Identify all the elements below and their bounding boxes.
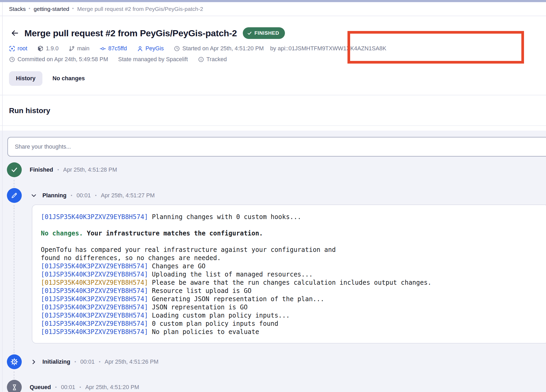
version-label: 1.9.0 (46, 45, 59, 52)
branch-label: main (77, 45, 90, 52)
tabs: History No changes (9, 71, 546, 86)
timeline-section: Finished • Apr 25th, 4:51:28 PM Planning… (0, 131, 546, 392)
clock-icon (9, 56, 15, 63)
dot-separator: • (80, 385, 81, 390)
run-history-strip: Run history (0, 95, 546, 126)
log-line: [01JSP35K40K3PZXVZ9EYB8H574] Loading cus… (41, 311, 540, 320)
breadcrumb-run-name: Merge pull request #2 from PeyGis/PeyGis… (77, 6, 203, 12)
version-item: 1.9.0 (37, 45, 59, 52)
back-button[interactable] (9, 27, 21, 39)
log-line: [01JSP35K40K3PZXVZ9EYB8H574] 0 custom pl… (41, 320, 540, 328)
started-item: Started on Apr 25th, 4:51:20 PM (174, 45, 264, 52)
run-history-heading: Run history (9, 106, 546, 115)
tab-no-changes[interactable]: No changes (51, 71, 86, 86)
phase-label: Initializing (42, 359, 70, 365)
scope-label: root (17, 45, 27, 52)
queued-status-icon (7, 380, 22, 392)
dot-separator: • (74, 359, 76, 364)
page-title: Merge pull request #2 from PeyGis/PeyGis… (24, 28, 237, 38)
arrow-left-icon (11, 29, 19, 37)
dot-separator: • (57, 167, 59, 172)
started-label: Started on Apr 25th, 4:51:20 PM (182, 45, 264, 52)
breadcrumb-stacks[interactable]: Stacks (9, 6, 26, 12)
meta-row-secondary: Committed on Apr 24th, 5:49:58 PM State … (9, 56, 546, 63)
status-badge-label: FINISHED (254, 30, 279, 36)
triggered-by-item: by api::01JSMHTFM9TXWW1XK4AZN1SA8K (270, 45, 386, 52)
timeline-connector (14, 371, 14, 379)
log-line: OpenTofu has compared your real infrastr… (41, 246, 540, 254)
info-icon (198, 56, 204, 63)
chevron-right-icon[interactable] (30, 358, 38, 366)
triggered-by-label: by api::01JSMHTFM9TXWW1XK4AZN1SA8K (270, 45, 386, 52)
window-top-accent-bar (0, 0, 546, 2)
log-line: [01JSP35K40K3PZXVZ9EYB8H574] Planning ch… (41, 213, 540, 221)
user-icon (137, 46, 143, 52)
timeline-row-queued: Queued • 00:01 • Apr 25th, 4:51:20 PM (30, 382, 139, 392)
log-line: [01JSP35K40K3PZXVZ9EYB8H574] Resource li… (41, 287, 540, 295)
timeline-connector (14, 180, 14, 187)
phase-label: Finished (30, 167, 53, 173)
planning-log-output[interactable]: [01JSP35K40K3PZXVZ9EYB8H574] Planning ch… (32, 204, 546, 344)
check-icon (10, 166, 18, 174)
log-line: found no differences, so no changes are … (41, 254, 540, 262)
scope-link[interactable]: root (9, 45, 27, 52)
commit-label: 87c5ffd (108, 45, 127, 52)
hourglass-icon (11, 384, 18, 391)
gear-icon (10, 358, 18, 366)
dot-separator: • (71, 193, 72, 198)
branch-item: main (69, 45, 90, 52)
timeline-row-planning[interactable]: Planning • 00:01 • Apr 25th, 4:51:27 PM (30, 190, 155, 201)
git-commit-icon (100, 46, 106, 52)
meta-row-primary: root 1.9.0 main (9, 45, 546, 52)
log-line (41, 221, 540, 229)
tracked-label: Tracked (206, 56, 227, 63)
pencil-icon (11, 192, 18, 199)
log-line (41, 238, 540, 246)
log-line: [01JSP35K40K3PZXVZ9EYB8H574] JSON repres… (41, 303, 540, 311)
phase-label: Queued (30, 384, 51, 391)
chevron-down-icon[interactable] (30, 191, 38, 199)
phase-timestamp: Apr 25th, 4:51:20 PM (85, 384, 139, 391)
log-line: No changes. Your infrastructure matches … (41, 229, 540, 238)
check-icon (247, 31, 252, 36)
phase-duration: 00:01 (77, 192, 91, 199)
dot-separator: • (55, 385, 57, 390)
tracked-item: Tracked (198, 56, 227, 63)
dot-separator: • (99, 359, 100, 364)
initializing-status-icon (7, 354, 22, 369)
breadcrumb-stack-name[interactable]: getting-started (34, 6, 69, 12)
log-line: [01JSP35K40K3PZXVZ9EYB8H574] Please be a… (41, 279, 540, 287)
finished-status-icon (7, 162, 22, 177)
state-managed-item: State managed by Spacelift (118, 56, 188, 63)
committed-item: Committed on Apr 24th, 5:49:58 PM (9, 56, 108, 63)
phase-duration: 00:01 (61, 384, 75, 391)
clock-icon (174, 46, 180, 52)
log-lines: [01JSP35K40K3PZXVZ9EYB8H574] Planning ch… (41, 213, 540, 336)
planning-status-icon (7, 188, 22, 203)
phase-timestamp: Apr 25th, 4:51:28 PM (63, 167, 117, 173)
log-line: [01JSP35K40K3PZXVZ9EYB8H574] Changes are… (41, 262, 540, 270)
log-line: [01JSP35K40K3PZXVZ9EYB8H574] No plan pol… (41, 328, 540, 336)
status-badge: FINISHED (243, 27, 285, 39)
scope-icon (9, 46, 15, 52)
log-line: [01JSP35K40K3PZXVZ9EYB8H574] Generating … (41, 295, 540, 303)
phase-label: Planning (42, 192, 67, 199)
author-link[interactable]: PeyGis (137, 45, 164, 52)
dot-separator: • (95, 193, 97, 198)
timeline-row-initializing[interactable]: Initializing • 00:01 • Apr 25th, 4:51:26… (30, 357, 158, 367)
tab-history[interactable]: History (9, 71, 42, 86)
run-header: Merge pull request #2 from PeyGis/PeyGis… (0, 16, 546, 95)
comment-input[interactable] (7, 137, 546, 157)
timeline-connector (14, 205, 14, 353)
commit-link[interactable]: 87c5ffd (100, 45, 127, 52)
state-managed-label: State managed by Spacelift (118, 56, 188, 63)
log-line: [01JSP35K40K3PZXVZ9EYB8H574] Uploading t… (41, 270, 540, 279)
timeline-row-finished: Finished • Apr 25th, 4:51:28 PM (30, 164, 117, 175)
phase-duration: 00:01 (80, 359, 95, 365)
title-row: Merge pull request #2 from PeyGis/PeyGis… (9, 27, 546, 39)
committed-label: Committed on Apr 24th, 5:49:58 PM (17, 56, 108, 63)
phase-timestamp: Apr 25th, 4:51:26 PM (105, 359, 158, 365)
author-label: PeyGis (146, 45, 164, 52)
breadcrumb: Stacks getting-started Merge pull reques… (0, 2, 546, 16)
phase-timestamp: Apr 25th, 4:51:27 PM (101, 192, 155, 199)
